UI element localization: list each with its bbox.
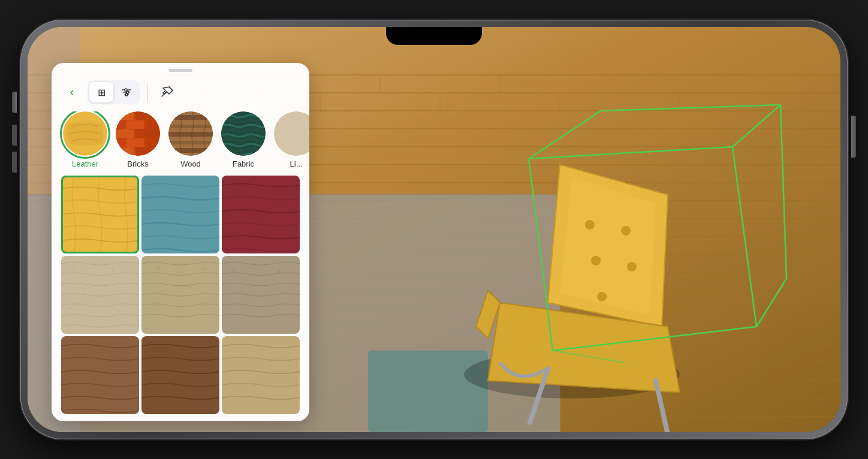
- svg-rect-117: [222, 336, 300, 414]
- svg-line-54: [757, 279, 786, 327]
- svg-rect-77: [136, 147, 160, 156]
- texture-grid: [52, 176, 309, 414]
- texture-beige-leather-2[interactable]: [141, 256, 219, 334]
- svg-point-61: [125, 93, 128, 96]
- svg-point-104: [118, 310, 120, 312]
- texture-yellow-leather[interactable]: [61, 176, 139, 253]
- toolbar-button-group: ⊞: [88, 80, 140, 104]
- svg-rect-115: [61, 336, 139, 414]
- svg-point-102: [70, 307, 72, 309]
- phone-notch: [386, 27, 482, 45]
- texture-tan-leather[interactable]: [222, 336, 300, 414]
- svg-rect-71: [116, 129, 134, 138]
- linen-label: Li...: [290, 159, 303, 168]
- grid-view-button[interactable]: ⊞: [89, 82, 113, 102]
- svg-line-51: [733, 105, 780, 147]
- svg-line-46: [529, 147, 733, 159]
- fabric-label: Fabric: [233, 159, 254, 168]
- svg-rect-76: [116, 147, 134, 156]
- panel-toolbar: ‹ ⊞: [52, 77, 309, 111]
- svg-rect-105: [141, 256, 219, 334]
- svg-point-106: [156, 266, 159, 268]
- svg-rect-72: [136, 129, 160, 138]
- bricks-label: Bricks: [127, 159, 148, 168]
- category-fabric[interactable]: Fabric: [219, 111, 267, 168]
- category-linen[interactable]: Li...: [272, 111, 309, 168]
- svg-rect-69: [126, 120, 144, 129]
- svg-point-59: [125, 89, 127, 91]
- svg-point-96: [73, 268, 76, 270]
- svg-line-48: [553, 327, 757, 351]
- category-wood[interactable]: Wood: [167, 111, 215, 168]
- svg-point-113: [258, 265, 260, 267]
- svg-line-52: [601, 105, 780, 111]
- svg-point-108: [202, 268, 204, 270]
- ar-scene: ‹ ⊞: [28, 27, 840, 432]
- svg-rect-116: [141, 336, 219, 414]
- svg-point-100: [106, 284, 108, 286]
- categories-scroll: Leather: [52, 111, 309, 176]
- phone-frame: ‹ ⊞: [20, 20, 848, 439]
- back-button[interactable]: ‹: [61, 81, 83, 103]
- texture-gray-leather[interactable]: [222, 256, 300, 334]
- svg-point-114: [278, 270, 280, 273]
- svg-point-97: [93, 265, 95, 267]
- toolbar-separator: [147, 84, 148, 101]
- material-panel: ‹ ⊞: [52, 63, 309, 421]
- svg-rect-91: [274, 111, 309, 156]
- texture-beige-leather-1[interactable]: [61, 256, 139, 334]
- svg-point-103: [96, 304, 98, 306]
- filter-icon: [121, 87, 132, 98]
- back-icon: ‹: [70, 84, 74, 100]
- texture-brown-leather-2[interactable]: [141, 336, 219, 414]
- phone-screen: ‹ ⊞: [28, 27, 840, 432]
- ar-bounding-box-container: [481, 87, 792, 375]
- svg-point-99: [83, 288, 85, 289]
- leather-label: Leather: [72, 159, 98, 168]
- filter-button[interactable]: [114, 82, 138, 102]
- svg-rect-95: [61, 256, 139, 334]
- category-bricks[interactable]: Bricks: [114, 111, 162, 168]
- svg-rect-74: [126, 138, 144, 147]
- svg-point-98: [112, 269, 114, 271]
- pin-button[interactable]: [155, 82, 179, 102]
- svg-line-47: [733, 147, 757, 327]
- texture-red-leather[interactable]: [222, 176, 300, 253]
- bricks-circle: [116, 111, 160, 156]
- svg-rect-111: [222, 256, 300, 334]
- panel-handle: [168, 69, 192, 72]
- svg-line-49: [529, 159, 553, 351]
- texture-brown-leather-1[interactable]: [61, 336, 139, 414]
- svg-rect-93: [141, 176, 219, 253]
- svg-rect-39: [368, 351, 488, 432]
- svg-line-53: [780, 105, 786, 279]
- svg-point-112: [232, 269, 234, 271]
- svg-point-109: [160, 291, 162, 292]
- leather-circle: [63, 111, 107, 156]
- texture-teal-leather[interactable]: [141, 176, 219, 253]
- svg-rect-68: [116, 120, 125, 129]
- fabric-circle: [221, 111, 266, 156]
- svg-point-101: [125, 291, 127, 292]
- grid-icon: ⊞: [98, 87, 106, 98]
- svg-point-107: [183, 262, 185, 264]
- svg-rect-67: [136, 111, 160, 120]
- svg-rect-66: [116, 111, 134, 120]
- ar-bounding-box: [481, 87, 792, 375]
- svg-line-50: [529, 111, 601, 159]
- svg-rect-73: [116, 138, 125, 147]
- wood-circle: [168, 111, 213, 156]
- svg-line-55: [553, 351, 625, 363]
- svg-rect-70: [146, 120, 160, 129]
- wood-label: Wood: [180, 159, 201, 168]
- linen-circle: [274, 111, 309, 156]
- category-leather[interactable]: Leather: [61, 111, 109, 168]
- svg-rect-94: [222, 176, 300, 253]
- svg-point-110: [189, 286, 191, 288]
- pin-icon: [161, 86, 174, 99]
- svg-rect-75: [146, 138, 160, 147]
